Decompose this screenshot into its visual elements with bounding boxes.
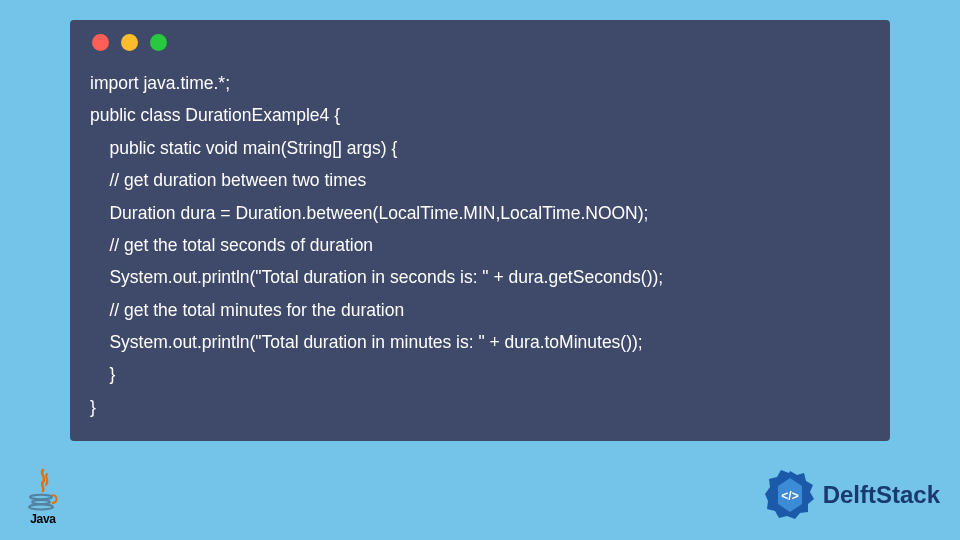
close-icon[interactable] <box>92 34 109 51</box>
code-window: import java.time.*; public class Duratio… <box>70 20 890 441</box>
svg-text:</>: </> <box>781 489 798 503</box>
java-cup-icon <box>26 468 60 512</box>
zoom-icon[interactable] <box>150 34 167 51</box>
code-block: import java.time.*; public class Duratio… <box>70 61 890 423</box>
delftstack-badge-icon: </> <box>763 468 817 522</box>
delftstack-logo-label: DelftStack <box>823 481 940 509</box>
java-logo-label: Java <box>20 512 66 526</box>
svg-point-1 <box>32 500 50 504</box>
java-logo: Java <box>20 468 66 526</box>
delftstack-logo: </> DelftStack <box>763 468 940 522</box>
minimize-icon[interactable] <box>121 34 138 51</box>
svg-point-0 <box>30 495 52 499</box>
window-titlebar <box>70 20 890 61</box>
svg-point-2 <box>29 505 53 510</box>
